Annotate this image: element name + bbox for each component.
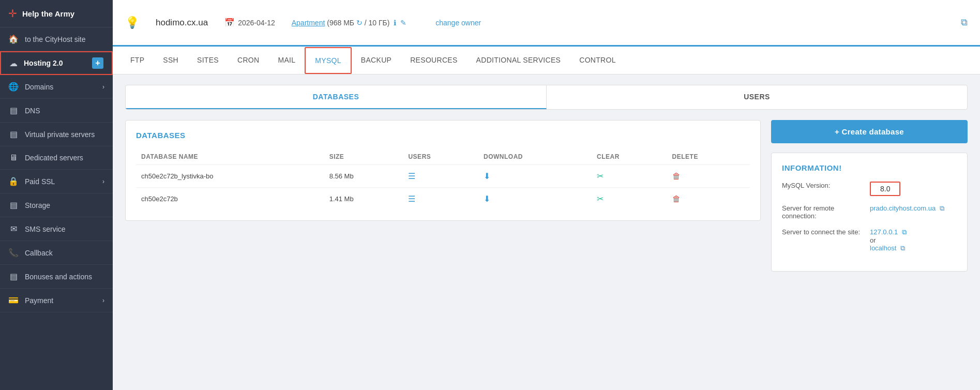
chevron-right-icon: › [102,178,104,185]
subtab-users[interactable]: USERS [547,85,967,109]
sidebar-item-hosting[interactable]: ☁ Hosting 2.0 + [0,51,113,75]
sidebar-item-cityhost[interactable]: 🏠 to the CityHost site [0,27,113,51]
main-tabs: FTP SSH SITES CRON MAIL MYSQL BACKUP RES… [113,47,980,74]
change-owner-link[interactable]: change owner [435,19,481,27]
chevron-right-icon: › [102,297,104,304]
globe-icon: 🌐 [8,82,19,92]
sidebar-item-vps[interactable]: ▤ Virtual private servers [0,123,113,146]
download-icon-2[interactable]: ⬇ [484,194,490,203]
sidebar-item-label: Dedicated servers [25,154,83,162]
logo-label: Help the Army [22,9,74,18]
tab-additional[interactable]: ADDITIONAL SERVICES [467,48,570,73]
connect-or: or [870,236,876,244]
db-size-2: 1.41 Mb [324,188,403,211]
col-download: DOWNLOAD [478,149,592,165]
sms-icon: ✉ [8,224,19,234]
sidebar-item-label: Bonuses and actions [25,273,92,281]
chevron-right-icon: › [102,83,104,91]
server-icon: ▤ [8,129,19,139]
sidebar-item-label: DNS [25,107,40,115]
tab-mail[interactable]: MAIL [268,48,305,73]
domain-name: hodimo.cx.ua [156,18,208,28]
refresh-icon[interactable]: ↻ [356,19,365,27]
tab-sites[interactable]: SITES [188,48,228,73]
content-area: DATABASES USERS DATABASES DATABASE NAME … [113,74,980,390]
col-clear: CLEAR [592,149,667,165]
mysql-version-value: 8.0 [870,182,900,196]
tab-control[interactable]: CONTROL [570,48,625,73]
copy-localhost-icon[interactable]: ⧉ [900,244,905,252]
connect-localhost-link[interactable]: localhost [870,244,896,252]
tab-resources[interactable]: RESOURCES [401,48,466,73]
storage-icon: ▤ [8,200,19,210]
expiry-date: 2026-04-12 [238,19,275,27]
edit-icon[interactable]: ✎ [400,19,406,27]
sidebar-item-label: Paid SSL [25,177,55,186]
window-icon[interactable]: ⧉ [961,17,968,28]
copy-remote-icon[interactable]: ⧉ [940,204,944,212]
main-content: 💡 hodimo.cx.ua 📅 2026-04-12 Apartment (9… [113,0,980,390]
sidebar-item-bonuses[interactable]: ▤ Bonuses and actions [0,265,113,289]
db-name-1: ch50e2c72b_lystivka-bo [136,165,324,188]
users-icon-1[interactable]: ☰ [408,172,415,181]
status-icon: 💡 [125,16,139,29]
tab-mysql[interactable]: MYSQL [305,47,352,74]
tab-ftp[interactable]: FTP [121,48,154,73]
dns-icon: ▤ [8,106,19,115]
col-db-name: DATABASE NAME [136,149,324,165]
download-icon-1[interactable]: ⬇ [484,172,490,181]
phone-icon: 📞 [8,248,19,258]
sidebar-item-storage[interactable]: ▤ Storage [0,193,113,217]
plan-total: / 10 ГБ) [365,19,390,27]
remote-link[interactable]: prado.cityhost.com.ua [870,204,936,212]
cloud-icon: ☁ [9,58,18,68]
users-icon-2[interactable]: ☰ [408,194,415,203]
col-delete: DELETE [667,149,750,165]
hosting-add-button[interactable]: + [92,57,103,69]
sidebar-item-dns[interactable]: ▤ DNS [0,99,113,123]
sidebar-logo[interactable]: ✛ Help the Army [0,0,113,27]
remote-label: Server for remote connection: [782,204,865,220]
clear-icon-1[interactable]: ✂ [597,172,604,181]
info-title: INFORMATION! [782,163,957,172]
remote-value: prado.cityhost.com.ua ⧉ [870,204,944,213]
connect-ip-link[interactable]: 127.0.0.1 [870,228,898,236]
connect-label: Server to connect the site: [782,228,865,236]
sidebar-item-ssl[interactable]: 🔒 Paid SSL › [0,170,113,193]
remote-connection-row: Server for remote connection: prado.city… [782,204,957,220]
clear-icon-2[interactable]: ✂ [597,194,604,203]
delete-icon-2[interactable]: 🗑 [672,194,681,203]
col-users: USERS [403,149,478,165]
right-column: + Create database INFORMATION! MySQL Ver… [771,120,968,380]
sidebar-item-label: Virtual private servers [25,130,95,139]
subtab-databases[interactable]: DATABASES [126,85,547,109]
sidebar-item-domains[interactable]: 🌐 Domains › [0,75,113,99]
plan-usage: (968 МБ [327,19,354,27]
sidebar-item-payment[interactable]: 💳 Payment › [0,289,113,312]
bonuses-icon: ▤ [8,272,19,281]
subtabs: DATABASES USERS [125,85,968,110]
mysql-version-label: MySQL Version: [782,182,865,189]
info-icon[interactable]: ℹ [394,19,396,27]
plan-link[interactable]: Apartment [292,19,325,27]
calendar-icon: 📅 [224,18,235,27]
sidebar-item-label: SMS service [25,225,66,233]
payment-icon: 💳 [8,295,19,305]
plan-info: Apartment (968 МБ ↻ / 10 ГБ) ℹ ✎ [292,19,406,27]
databases-panel-inner: DATABASES DATABASE NAME SIZE USERS DOWNL… [125,120,761,221]
lock-icon: 🖥 [8,153,19,162]
delete-icon-1[interactable]: 🗑 [672,172,681,181]
copy-ip-icon[interactable]: ⧉ [902,228,907,236]
sidebar-item-sms[interactable]: ✉ SMS service [0,217,113,241]
sidebar-item-dedicated[interactable]: 🖥 Dedicated servers [0,146,113,170]
sidebar-item-callback[interactable]: 📞 Callback [0,241,113,265]
create-database-button[interactable]: + Create database [771,120,968,143]
connect-values: 127.0.0.1 ⧉ or localhost ⧉ [870,228,907,252]
tab-backup[interactable]: BACKUP [352,48,401,73]
tab-cron[interactable]: CRON [228,48,268,73]
db-name-2: ch50e2c72b [136,188,324,211]
ssl-icon: 🔒 [8,176,19,186]
tab-ssh[interactable]: SSH [154,48,188,73]
col-size: SIZE [324,149,403,165]
databases-title: DATABASES [136,131,750,140]
